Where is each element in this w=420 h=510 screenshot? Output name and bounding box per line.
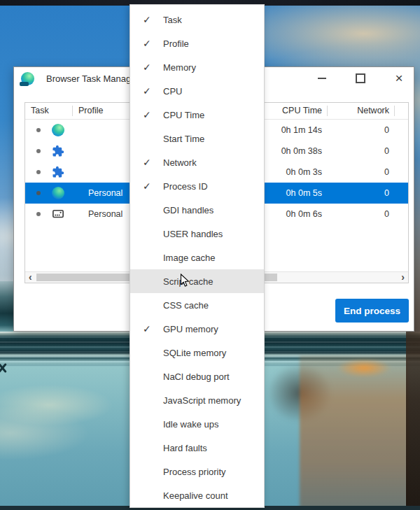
menu-item-process-id[interactable]: ✓Process ID	[130, 174, 264, 198]
menu-item-label: Network	[163, 157, 197, 168]
menu-item-user-handles[interactable]: USER handles	[130, 222, 264, 246]
process-status-dot	[36, 149, 41, 153]
wallpaper-waves-left	[0, 281, 13, 333]
menu-item-keepalive-count[interactable]: Keepalive count	[130, 483, 264, 507]
checkmark-icon: ✓	[143, 180, 163, 192]
menu-item-label: NaCl debug port	[163, 371, 230, 382]
menu-item-css-cache[interactable]: CSS cache	[130, 293, 264, 317]
checkmark-icon: ✓	[143, 38, 163, 49]
checkmark-icon: ✓	[143, 323, 163, 334]
header-divider	[72, 106, 73, 116]
menu-item-script-cache[interactable]: Script cache	[130, 269, 264, 293]
minimize-icon	[318, 78, 326, 79]
menu-item-label: CPU	[163, 86, 182, 97]
menu-item-label: CSS cache	[163, 300, 209, 311]
menu-item-javascript-memory[interactable]: JavaScript memory	[130, 388, 264, 412]
menu-item-label: JavaScript memory	[163, 395, 241, 406]
process-status-dot	[36, 212, 41, 216]
maximize-icon	[356, 73, 365, 83]
edge-beta-icon	[52, 124, 64, 136]
checkmark-icon: ✓	[143, 109, 163, 120]
menu-item-label: Process ID	[163, 181, 208, 192]
gpu-icon	[52, 208, 64, 220]
mouse-cursor	[180, 274, 190, 288]
menu-item-process-priority[interactable]: Process priority	[130, 460, 264, 483]
header-divider	[394, 106, 395, 116]
column-header-cpu-time[interactable]: CPU Time	[282, 103, 322, 119]
menu-item-cpu-time[interactable]: ✓CPU Time	[130, 103, 264, 127]
menu-item-label: Keepalive count	[163, 490, 228, 501]
menu-item-image-cache[interactable]: Image cache	[130, 246, 264, 269]
checkmark-icon: ✓	[143, 85, 163, 97]
network-cell: 0	[384, 183, 389, 204]
desktop: Browser Task Manager × Task Profile CPU …	[0, 0, 420, 510]
checkmark-icon: ✓	[143, 157, 163, 168]
menu-item-task[interactable]: ✓Task	[130, 8, 264, 31]
network-cell: 0	[384, 120, 389, 141]
process-status-dot	[36, 128, 41, 132]
menu-item-label: CPU Time	[163, 110, 204, 120]
menu-item-network[interactable]: ✓Network	[130, 150, 264, 174]
profile-cell: Personal	[88, 204, 122, 225]
menu-item-label: Memory	[163, 62, 196, 73]
menu-item-hard-faults[interactable]: Hard faults	[130, 436, 264, 460]
menu-item-label: SQLite memory	[163, 348, 226, 358]
checkmark-icon: ✓	[143, 62, 163, 73]
beta-badge	[20, 82, 29, 86]
menu-item-profile[interactable]: ✓Profile	[130, 31, 264, 55]
profile-cell: Personal	[88, 183, 122, 204]
window-title: Browser Task Manager	[46, 67, 139, 90]
menu-item-sqlite-memory[interactable]: SQLite memory	[130, 341, 264, 364]
menu-item-label: Process priority	[163, 467, 226, 477]
cpu-time-cell: 0h 0m 3s	[286, 162, 322, 183]
wallpaper-cliff-reflection	[300, 355, 408, 510]
menu-item-nacl-debug-port[interactable]: NaCl debug port	[130, 364, 264, 388]
window-controls: ×	[294, 69, 410, 88]
menu-item-label: Idle wake ups	[163, 419, 219, 430]
menu-item-label: GPU memory	[163, 324, 218, 334]
menu-item-label: Image cache	[163, 253, 215, 263]
network-cell: 0	[384, 141, 389, 162]
menu-item-label: Start Time	[163, 134, 204, 144]
extension-icon	[52, 145, 64, 157]
menu-item-memory[interactable]: ✓Memory	[130, 55, 264, 79]
menu-item-gdi-handles[interactable]: GDI handles	[130, 198, 264, 222]
menu-item-label: Task	[163, 15, 182, 25]
end-process-button[interactable]: End process	[335, 299, 409, 323]
starfish-icon	[0, 362, 8, 374]
process-status-dot	[36, 191, 41, 195]
network-cell: 0	[384, 162, 389, 183]
cpu-time-cell: 0h 0m 6s	[286, 204, 322, 225]
columns-context-menu: ✓Task✓Profile✓Memory✓CPU✓CPU TimeStart T…	[130, 4, 265, 508]
network-cell: 0	[384, 204, 389, 225]
menu-item-label: Hard faults	[163, 443, 207, 453]
menu-item-label: Profile	[163, 38, 189, 49]
process-status-dot	[36, 170, 41, 174]
maximize-button[interactable]	[350, 69, 371, 88]
minimize-button[interactable]	[312, 69, 332, 88]
scroll-right-arrow-icon[interactable]: ›	[401, 272, 405, 282]
menu-item-cpu[interactable]: ✓CPU	[130, 79, 264, 103]
cpu-time-cell: 0h 1m 14s	[281, 120, 322, 141]
column-header-task[interactable]: Task	[31, 103, 49, 119]
checkmark-icon: ✓	[143, 14, 163, 25]
extension-icon	[52, 166, 64, 178]
menu-item-gpu-memory[interactable]: ✓GPU memory	[130, 317, 264, 341]
edge-icon	[52, 187, 64, 199]
cpu-time-cell: 0h 0m 5s	[286, 183, 322, 204]
menu-item-idle-wake-ups[interactable]: Idle wake ups	[130, 412, 264, 436]
edge-beta-icon	[21, 72, 34, 85]
cpu-time-cell: 0h 0m 38s	[281, 141, 322, 162]
header-divider	[327, 106, 328, 116]
column-header-network[interactable]: Network	[357, 103, 389, 119]
close-button[interactable]: ×	[388, 69, 410, 88]
scroll-left-arrow-icon[interactable]: ‹	[29, 272, 32, 282]
column-header-profile[interactable]: Profile	[78, 103, 103, 119]
menu-item-label: GDI handles	[163, 205, 214, 215]
menu-item-start-time[interactable]: Start Time	[130, 127, 264, 150]
menu-item-label: USER handles	[163, 229, 223, 239]
